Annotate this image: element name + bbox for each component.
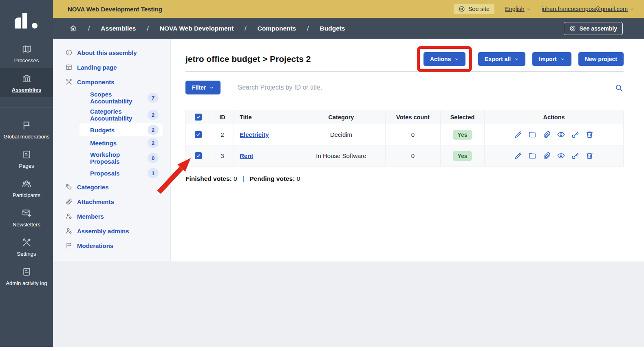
menu-item-moderations[interactable]: Moderations — [53, 238, 170, 253]
column-header-category: Category — [297, 110, 386, 124]
language-dropdown[interactable]: English — [505, 6, 531, 12]
pending-votes-value: 0 — [297, 175, 300, 182]
menu-item-label: About this assembly — [77, 49, 137, 56]
row-checkbox[interactable] — [195, 131, 202, 138]
toolbar: Actions Export all Import New project — [418, 52, 624, 66]
paperclip-icon[interactable] — [543, 151, 551, 160]
sidebar-item-label: Settings — [17, 251, 36, 257]
filter-button[interactable]: Filter — [185, 81, 221, 94]
sidebar-item-processes[interactable]: Processes — [0, 39, 53, 68]
user-gear-icon — [65, 213, 73, 220]
edit-pencil-icon[interactable] — [514, 130, 523, 139]
sidebar-item-settings[interactable]: Settings — [0, 232, 53, 261]
people-icon — [22, 179, 32, 189]
menu-item-landing-page[interactable]: Landing page — [53, 60, 170, 75]
menu-item-about-assembly[interactable]: About this assembly — [53, 45, 170, 60]
sidebar-item-assemblies[interactable]: Assemblies — [0, 68, 53, 97]
preview-eye-icon[interactable] — [557, 130, 565, 139]
search-input[interactable] — [238, 84, 597, 91]
menu-item-label: Attachments — [77, 198, 114, 205]
column-header-actions: Actions — [485, 110, 624, 124]
sidebar-item-newsletters[interactable]: Newsletters — [0, 203, 53, 232]
decidim-logo[interactable] — [0, 0, 53, 39]
table-row: 3 Rent In House Software 0 Yes — [186, 145, 624, 167]
folder-icon[interactable] — [528, 130, 537, 139]
project-title-link[interactable]: Rent — [240, 152, 253, 159]
decidim-logo-mark — [15, 11, 38, 29]
paperclip-icon[interactable] — [543, 130, 551, 139]
row-actions — [489, 151, 619, 160]
preview-eye-icon[interactable] — [557, 151, 565, 160]
folder-icon[interactable] — [528, 151, 537, 160]
component-count-badge: 1 — [148, 168, 159, 178]
chevron-down-icon — [527, 7, 531, 11]
menu-item-label: Moderations — [77, 242, 113, 249]
row-checkbox[interactable] — [195, 152, 202, 159]
breadcrumb-item-budgets[interactable]: Budgets — [320, 25, 345, 32]
component-item-budgets[interactable]: Budgets 2 — [79, 123, 163, 136]
permissions-key-icon[interactable] — [571, 130, 580, 139]
export-all-button[interactable]: Export all — [478, 52, 525, 66]
select-all-checkbox[interactable] — [195, 114, 202, 121]
menu-item-members[interactable]: Members — [53, 209, 170, 224]
component-item-categories-accountability[interactable]: Categories Accountability 2 — [79, 106, 163, 123]
bank-icon — [22, 73, 32, 83]
component-item-scopes-accountability[interactable]: Scopes Accountability 7 — [79, 89, 163, 106]
votes-separator: | — [243, 175, 244, 182]
see-assembly-button[interactable]: See assembly — [564, 22, 623, 35]
main-content: jetro office budget > Projects 2 Actions… — [171, 39, 644, 261]
actions-button[interactable]: Actions — [423, 52, 465, 66]
sidebar-item-pages[interactable]: Pages — [0, 144, 53, 173]
menu-item-assembly-admins[interactable]: Assembly admins — [53, 224, 170, 238]
chevron-down-icon — [560, 57, 565, 61]
breadcrumb-item-components[interactable]: Components — [258, 25, 296, 32]
sidebar-item-global-moderations[interactable]: Global moderations — [0, 115, 53, 144]
project-title-link[interactable]: Electricity — [240, 131, 269, 138]
component-item-meetings[interactable]: Meetings 2 — [79, 136, 163, 149]
see-site-button[interactable]: See site — [454, 4, 494, 14]
home-icon[interactable] — [69, 24, 77, 32]
user-gear-icon — [65, 227, 73, 235]
breadcrumb-item-assemblies[interactable]: Assemblies — [101, 25, 136, 32]
cell-id: 3 — [211, 145, 234, 167]
column-header-votes-count: Votes count — [386, 110, 441, 124]
permissions-key-icon[interactable] — [571, 151, 580, 160]
column-header-selected: Selected — [441, 110, 485, 124]
edit-pencil-icon[interactable] — [514, 151, 523, 160]
delete-trash-icon[interactable] — [585, 130, 594, 139]
menu-item-categories[interactable]: Categories — [53, 180, 170, 194]
search-icon — [615, 84, 623, 92]
votes-summary: Finished votes: 0 | Pending votes: 0 — [185, 175, 624, 182]
annotation-red-box: Actions — [417, 46, 472, 72]
menu-item-label: Members — [77, 213, 104, 220]
sidebar-item-participants[interactable]: Participants — [0, 173, 53, 203]
new-project-button[interactable]: New project — [578, 52, 624, 66]
export-all-label: Export all — [485, 56, 511, 62]
assembly-menu-sidebar: About this assembly Landing page Compone… — [53, 39, 171, 261]
sidebar-item-label: Newsletters — [13, 222, 40, 228]
breadcrumb-item-assembly[interactable]: NOVA Web Development — [160, 25, 234, 32]
search-button[interactable] — [614, 83, 624, 92]
component-label: Meetings — [90, 140, 117, 147]
divider — [185, 71, 624, 72]
sidebar-item-admin-activity-log[interactable]: Admin activity log — [0, 261, 53, 291]
delete-trash-icon[interactable] — [585, 151, 594, 160]
import-button[interactable]: Import — [532, 52, 571, 66]
breadcrumb-separator: / — [147, 25, 148, 32]
mail-plus-icon — [22, 208, 32, 218]
component-label: Budgets — [90, 127, 115, 134]
user-account-dropdown[interactable]: johan.francocampos@gmail.com — [542, 6, 634, 12]
menu-item-attachments[interactable]: Attachments — [53, 194, 170, 209]
component-item-proposals[interactable]: Proposals 1 — [79, 167, 163, 180]
check-icon — [196, 154, 201, 158]
cell-votes-count: 0 — [386, 124, 441, 145]
component-item-workshop-proposals[interactable]: Workshop Proposals 0 — [79, 149, 163, 167]
info-icon — [65, 49, 73, 56]
paperclip-icon — [65, 198, 73, 205]
cell-votes-count: 0 — [386, 145, 441, 167]
menu-item-label: Landing page — [77, 64, 117, 71]
chevron-down-icon — [630, 7, 634, 11]
map-icon — [22, 44, 32, 54]
menu-item-components[interactable]: Components — [53, 75, 170, 89]
breadcrumb-separator: / — [245, 25, 246, 32]
